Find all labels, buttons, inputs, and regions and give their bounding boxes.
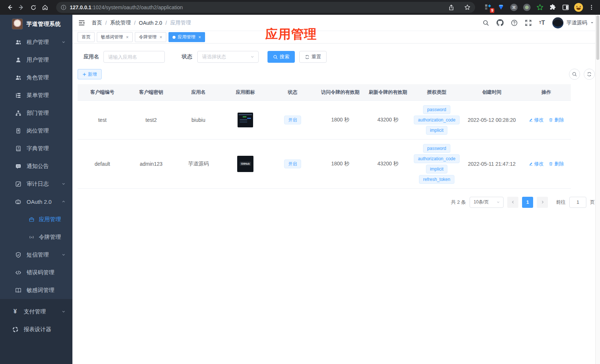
sidebar-item-dict[interactable]: 字典管理 — [0, 140, 72, 157]
user-menu[interactable]: 芋道源码 — [552, 17, 594, 28]
app-icon-image: GitHub — [237, 156, 253, 172]
sidebar-item-sms[interactable]: 短信管理 — [0, 246, 72, 264]
cell-client-id: default — [78, 139, 127, 188]
pagination-total: 共 2 条 — [451, 199, 466, 206]
sidebar-item-menu[interactable]: 菜单管理 — [0, 86, 72, 104]
sidebar-item-errcode[interactable]: 错误码管理 — [0, 264, 72, 281]
search-button[interactable]: 搜索 — [267, 51, 295, 63]
refresh-table-button[interactable] — [584, 69, 595, 80]
sidebar-item-user[interactable]: 用户管理 — [0, 51, 72, 69]
search-icon — [572, 72, 577, 77]
goto-page-input[interactable] — [569, 197, 586, 208]
extension-gem-icon[interactable] — [496, 3, 506, 12]
url-text[interactable]: 127.0.0.1:1024/system/oauth2/oauth2/appl… — [70, 4, 183, 10]
page-navbar: 首页 / 系统管理 / OAuth 2.0 / 应用管理 TT 芋道源码 — [72, 15, 600, 31]
github-icon[interactable] — [497, 19, 504, 26]
breadcrumb-system[interactable]: 系统管理 — [110, 20, 131, 26]
help-icon[interactable] — [511, 20, 518, 26]
breadcrumb-home[interactable]: 首页 — [92, 20, 102, 26]
extension-star-icon[interactable] — [535, 3, 545, 12]
sidebar-item-dept[interactable]: 部门管理 — [0, 104, 72, 122]
goto-label: 前往 — [556, 199, 566, 206]
next-page-button[interactable] — [537, 197, 548, 208]
cell-created-at: 2022-05-12 00:28:20 — [462, 100, 522, 139]
edit-button[interactable]: 修改 — [529, 117, 544, 123]
sidebar-item-oauth[interactable]: OAuth 2.0 — [0, 193, 72, 210]
close-icon[interactable]: × — [198, 35, 201, 40]
profile-avatar-icon[interactable] — [574, 3, 583, 12]
prev-page-button[interactable] — [507, 197, 518, 208]
browser-forward-button[interactable] — [16, 1, 27, 13]
browser-reload-button[interactable] — [27, 1, 39, 13]
bookmark-star-icon[interactable] — [464, 4, 471, 11]
extension-record-icon[interactable] — [522, 3, 532, 12]
font-size-icon[interactable]: TT — [539, 20, 545, 26]
reset-button[interactable]: 重置 — [299, 51, 327, 63]
extension-command-icon[interactable]: ⌘ — [509, 3, 519, 12]
org-chart-icon — [15, 110, 21, 116]
status-select[interactable]: 请选择状态 — [197, 51, 259, 63]
sidebar-collapse-button[interactable] — [78, 20, 85, 26]
sidebar: 芋道管理系统 租户管理 用户管理 角色管理 菜单管理 部 — [0, 15, 72, 364]
briefcase-icon — [29, 217, 34, 222]
goto-unit: 页 — [590, 199, 595, 206]
open-book-icon — [15, 287, 21, 293]
status-badge: 开启 — [284, 116, 301, 124]
browser-menu-icon[interactable] — [587, 3, 596, 12]
fullscreen-icon[interactable] — [525, 20, 532, 26]
dictionary-icon — [15, 145, 21, 152]
edit-icon — [529, 162, 533, 166]
sidebar-item-role[interactable]: 角色管理 — [0, 69, 72, 86]
tab-sensitive-words[interactable]: 敏感词管理× — [97, 32, 133, 42]
side-panel-icon[interactable] — [561, 3, 570, 12]
sidebar-item-notice[interactable]: 通知公告 — [0, 157, 72, 175]
sidebar-item-sensitive[interactable]: 敏感词管理 — [0, 281, 72, 299]
browser-extensions-area: 9 ⌘ — [483, 3, 596, 12]
table-row: default admin123 芋道源码 GitHub 开启 1800 秒 4… — [78, 139, 571, 188]
browser-home-button[interactable] — [39, 1, 51, 13]
tab-token[interactable]: 令牌管理× — [135, 32, 166, 42]
browser-back-button[interactable] — [4, 1, 16, 13]
search-icon — [273, 55, 278, 59]
close-icon[interactable]: × — [160, 35, 162, 40]
extension-grid-icon[interactable]: 9 — [483, 3, 493, 12]
header-search-icon[interactable] — [483, 20, 489, 26]
browser-address-bar[interactable]: 127.0.0.1:1024/system/oauth2/oauth2/appl… — [56, 2, 475, 13]
applications-table: 客户端编号 客户端密钥 应用名 应用图标 状态 访问令牌的有效期 刷新令牌的有效… — [78, 84, 595, 189]
site-info-icon[interactable] — [61, 4, 67, 10]
sidebar-item-audit[interactable]: 审计日志 — [0, 175, 72, 193]
sidebar-item-post[interactable]: 岗位管理 — [0, 122, 72, 140]
cell-refresh-validity: 43200 秒 — [364, 139, 412, 188]
sidebar-item-tenant[interactable]: 租户管理 — [0, 33, 72, 51]
breadcrumb-oauth[interactable]: OAuth 2.0 — [139, 20, 162, 26]
toggle-search-button[interactable] — [569, 69, 580, 80]
page-number-1[interactable]: 1 — [522, 197, 533, 208]
extensions-puzzle-icon[interactable] — [548, 3, 558, 12]
sidebar-item-pay[interactable]: ¥ 支付管理 — [0, 303, 72, 320]
edit-button[interactable]: 修改 — [529, 161, 544, 167]
add-button[interactable]: 新增 — [78, 69, 102, 79]
app-logo-row[interactable]: 芋道管理系统 — [0, 15, 72, 33]
grant-type-tags: password authorization_code implicit ref… — [413, 144, 460, 184]
svg-text:⌘: ⌘ — [512, 5, 516, 10]
page-size-select[interactable]: 10条/页 — [470, 197, 504, 208]
share-icon[interactable] — [448, 4, 454, 11]
tab-home[interactable]: 首页 — [78, 32, 95, 42]
delete-button[interactable]: 删除 — [549, 117, 564, 123]
scrollbar[interactable] — [595, 15, 600, 364]
status-badge: 开启 — [284, 159, 301, 168]
close-icon[interactable]: × — [126, 35, 129, 40]
refresh-icon — [587, 72, 592, 77]
sidebar-item-oauth-token[interactable]: A 令牌管理 — [0, 228, 72, 246]
table-header-row: 客户端编号 客户端密钥 应用名 应用图标 状态 访问令牌的有效期 刷新令牌的有效… — [78, 84, 571, 100]
app-name-input[interactable] — [103, 51, 165, 63]
post-badge-icon — [15, 127, 21, 134]
tab-application[interactable]: 应用管理× — [168, 32, 205, 42]
sidebar-item-report[interactable]: 报表设计器 — [0, 320, 72, 338]
sidebar-item-oauth-application[interactable]: 应用管理 — [0, 210, 72, 228]
delete-button[interactable]: 删除 — [549, 161, 564, 167]
home-icon — [42, 4, 48, 11]
cell-client-secret: test2 — [127, 100, 175, 139]
pagination: 共 2 条 10条/页 1 前往 页 — [72, 197, 595, 208]
active-dot-icon — [173, 36, 175, 39]
